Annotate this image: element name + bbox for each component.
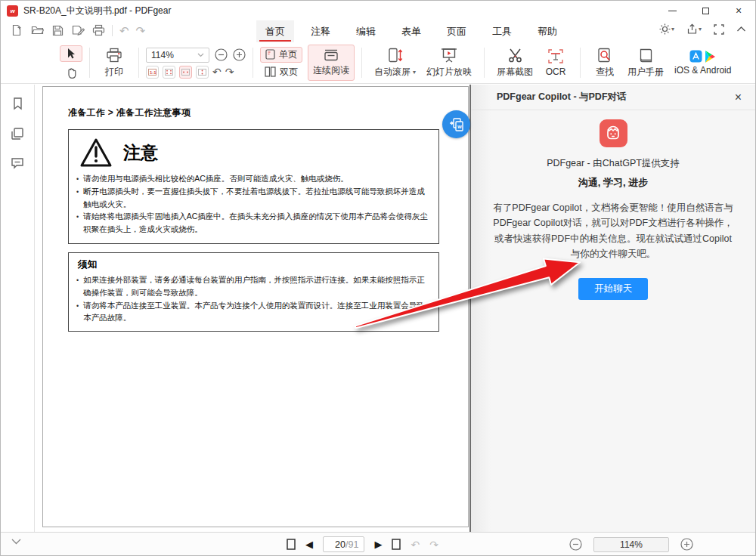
appstore-icon: [689, 50, 702, 63]
divider: [253, 48, 253, 78]
close-panel-button[interactable]: ×: [735, 91, 742, 103]
caution-list: •请勿使用与电源插头相比较松的AC插座。否则可能造成火灾、触电或烧伤。 •断开电…: [76, 172, 429, 236]
pdfgear-logo-icon: w: [7, 5, 18, 17]
redo-button[interactable]: ↷: [136, 25, 146, 36]
page-navigation: ◀ /91 ▶ ↶ ↷: [287, 533, 438, 556]
save-as-button[interactable]: [71, 23, 85, 37]
hand-tool-button[interactable]: [60, 64, 82, 81]
share-button[interactable]: ▾: [686, 23, 702, 35]
list-item: •如果连接外部装置，请务必通读每台装置的用户指南，并按照指示进行连接。如果未能按…: [76, 273, 429, 299]
page-number-input[interactable]: [329, 539, 345, 550]
bullet-icon: •: [76, 185, 79, 211]
hand-icon: [66, 66, 77, 79]
chevron-down-icon: ▾: [671, 26, 674, 32]
tab-tools[interactable]: 工具: [483, 20, 521, 42]
close-button[interactable]: ×: [722, 1, 755, 20]
list-item: •请勿将本产品连接至工业装置。本产品专为连接个人使用的装置而设计。连接至工业用装…: [76, 299, 429, 325]
tab-page[interactable]: 页面: [438, 20, 476, 42]
app-window: w SR-B20A_中文说明书.pdf - PDFgear ×: [0, 0, 756, 556]
tab-home[interactable]: 首页: [256, 20, 294, 42]
quick-print-button[interactable]: [91, 23, 105, 37]
actual-size-icon: 1:1: [148, 69, 156, 76]
rotate-left-button[interactable]: ↶: [411, 539, 420, 550]
rotate-left-button[interactable]: ↶: [212, 66, 222, 77]
actual-size-button[interactable]: 1:1: [146, 66, 159, 79]
select-tool-button[interactable]: [60, 45, 82, 62]
document-area[interactable]: 准备工作 > 准备工作注意事项 注意 •请勿使用与电源插头相比较松的AC插座。否…: [36, 85, 469, 532]
quick-access-toolbar: ↶ ↷: [10, 23, 145, 37]
auto-scroll-icon: [388, 48, 403, 63]
fit-width-button[interactable]: [179, 66, 192, 79]
chevron-up-icon: [736, 26, 746, 32]
rotate-right-button[interactable]: ↷: [225, 66, 234, 77]
menu-bar: ↶ ↷ 首页 注释 编辑 表单 页面 工具 帮助 ▾ ▾: [1, 20, 755, 42]
user-manual-button[interactable]: 用户手册: [622, 46, 669, 80]
list-item: •断开电源插头时，要一直握住插头拔下，不要扯着电源线拔下。若拉扯电源线可能导致损…: [76, 185, 429, 211]
zoom-in-button[interactable]: [233, 48, 246, 61]
zoom-out-button[interactable]: [569, 538, 582, 551]
fit-height-icon: [198, 69, 206, 76]
minimize-icon: [668, 11, 677, 11]
start-chat-button[interactable]: 开始聊天: [578, 278, 648, 300]
sidebar-collapse-button[interactable]: [11, 539, 21, 545]
maximize-button[interactable]: [689, 1, 722, 20]
save-as-icon: [72, 24, 85, 36]
bookmarks-panel-button[interactable]: [11, 97, 24, 110]
zoom-level-display[interactable]: 114%: [593, 537, 669, 552]
new-file-button[interactable]: [10, 23, 23, 37]
zoom-out-button[interactable]: [215, 48, 228, 61]
previous-page-button[interactable]: ◀: [305, 539, 313, 549]
fullscreen-button[interactable]: [714, 24, 724, 35]
fit-page-icon: [165, 69, 173, 76]
ocr-button[interactable]: OCR: [538, 47, 573, 79]
double-page-button[interactable]: 双页: [260, 65, 302, 79]
close-icon: ×: [736, 5, 742, 17]
tab-form[interactable]: 表单: [392, 20, 430, 42]
minimize-button[interactable]: [655, 1, 689, 20]
open-file-button[interactable]: [30, 23, 44, 37]
main-area: 准备工作 > 准备工作注意事项 注意 •请勿使用与电源插头相比较松的AC插座。否…: [1, 85, 755, 532]
zoom-in-button[interactable]: [680, 538, 693, 551]
thumbnails-panel-button[interactable]: [11, 127, 24, 141]
powered-by-text: PDFgear - 由ChatGPT提供支持: [547, 157, 680, 170]
save-button[interactable]: [51, 23, 64, 37]
tab-annotate[interactable]: 注释: [302, 20, 339, 42]
undo-button[interactable]: ↶: [119, 25, 129, 36]
auto-scroll-button[interactable]: 自动滚屏▾: [369, 46, 421, 80]
fit-page-button[interactable]: [163, 66, 175, 79]
rotate-right-button[interactable]: ↷: [429, 539, 438, 550]
first-page-button[interactable]: [287, 539, 296, 550]
tab-help[interactable]: 帮助: [528, 20, 566, 42]
ios-android-button[interactable]: iOS & Android: [669, 48, 736, 77]
screenshot-button[interactable]: 屏幕截图: [491, 46, 538, 80]
zoom-level-select[interactable]: 114%: [146, 48, 209, 63]
notice-list: •如果连接外部装置，请务必通读每台装置的用户指南，并按照指示进行连接。如果未能按…: [76, 273, 429, 324]
print-icon: [92, 24, 105, 36]
single-page-button[interactable]: 单页: [260, 47, 302, 63]
continuous-reading-button[interactable]: 连续阅读: [308, 45, 355, 81]
tab-edit[interactable]: 编辑: [347, 20, 385, 42]
comments-panel-button[interactable]: [11, 157, 24, 169]
fit-height-button[interactable]: [196, 66, 209, 79]
ribbon-tabs: 首页 注释 编辑 表单 页面 工具 帮助: [256, 20, 566, 42]
theme-button[interactable]: ▾: [659, 23, 674, 35]
slideshow-button[interactable]: 幻灯片放映: [421, 46, 477, 80]
list-item: •请始终将电源插头牢固地插入AC插座中。在插头未充分插入插座的情况下使用本产品将…: [76, 210, 429, 236]
title-bar: w SR-B20A_中文说明书.pdf - PDFgear ×: [1, 1, 755, 20]
divider: [89, 48, 90, 78]
zoom-controls: 114%: [569, 533, 693, 556]
copilot-robot-icon: [600, 119, 627, 147]
divider: [361, 48, 362, 78]
window-title: SR-B20A_中文说明书.pdf - PDFgear: [23, 5, 171, 17]
convert-to-word-button[interactable]: w: [442, 110, 470, 138]
print-button[interactable]: 打印: [97, 46, 132, 80]
collapse-ribbon-button[interactable]: [736, 26, 746, 32]
last-page-button[interactable]: [392, 539, 401, 550]
bookmark-icon: [11, 97, 24, 110]
page-breadcrumb: 准备工作 > 准备工作注意事项: [68, 107, 468, 119]
fit-width-icon: [181, 69, 190, 76]
continuous-reading-icon: [323, 48, 339, 62]
next-page-button[interactable]: ▶: [374, 539, 382, 549]
scissors-icon: [507, 48, 524, 63]
find-button[interactable]: 查找: [587, 46, 622, 80]
